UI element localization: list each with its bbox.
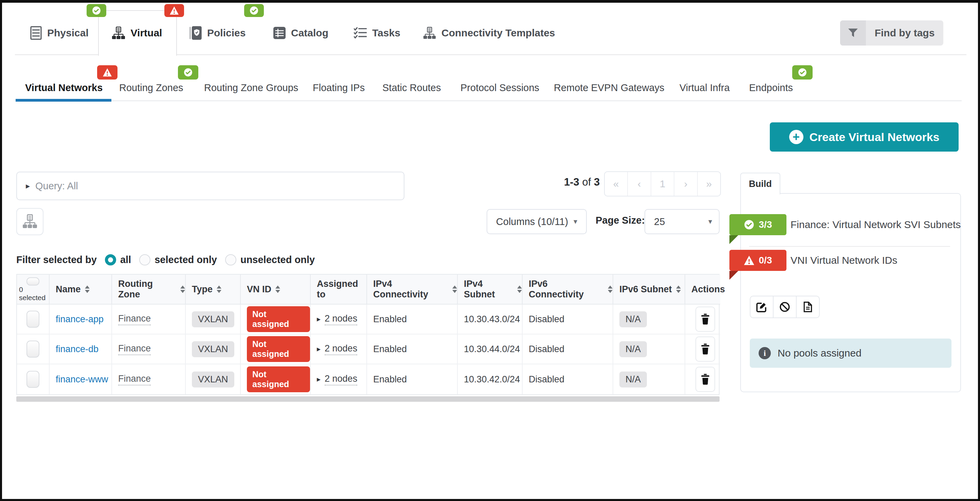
- column-header-type[interactable]: Type: [186, 274, 241, 305]
- filter-label: Filter selected by: [16, 254, 97, 265]
- topology-view-button[interactable]: [16, 208, 43, 235]
- filter-option-all[interactable]: all: [105, 254, 131, 265]
- no-pools-info-box: i No pools assigned: [750, 338, 951, 368]
- row-checkbox[interactable]: [27, 341, 40, 357]
- edit-button[interactable]: [750, 296, 773, 318]
- page-size-value: 25: [654, 216, 665, 227]
- column-header-ipv4-connectivity[interactable]: IPv4 Connectivity: [367, 274, 458, 305]
- subnav-routing-zone-groups[interactable]: Routing Zone Groups: [204, 80, 298, 96]
- caret-right-icon[interactable]: ▸: [317, 315, 321, 324]
- cell-vn-id: Not assigned: [241, 364, 311, 394]
- cell-assigned-to: ▸2 nodes: [311, 364, 367, 394]
- page-size-label: Page Size:: [596, 215, 645, 226]
- radio-unselected-only[interactable]: [225, 254, 236, 265]
- rack-icon: [30, 26, 42, 40]
- row-checkbox[interactable]: [27, 371, 40, 388]
- build-actions-group: [750, 296, 820, 318]
- filter-option-unselected-only[interactable]: unselected only: [225, 254, 315, 265]
- check-circle-icon: [792, 65, 813, 80]
- build-item-vni-ids[interactable]: VNI Virtual Network IDs: [791, 250, 897, 271]
- radio-selected-only[interactable]: [139, 254, 150, 265]
- query-label: Query: All: [35, 180, 78, 192]
- type-badge: VXLAN: [192, 311, 234, 327]
- selected-count: 0 selected: [19, 286, 47, 302]
- subnav-virtual-networks[interactable]: Virtual Networks: [25, 80, 103, 96]
- tab-policies[interactable]: Policies: [189, 22, 245, 43]
- select-all-checkbox[interactable]: [27, 278, 40, 286]
- row-checkbox[interactable]: [27, 311, 40, 328]
- cell-routing-zone: Finance: [112, 335, 186, 364]
- build-item-label: Finance: Virtual Network SVI Subnets: [791, 219, 961, 230]
- subnav-static-routes[interactable]: Static Routes: [382, 80, 441, 96]
- subnav-label: Static Routes: [382, 82, 441, 94]
- cell-type: VXLAN: [186, 364, 241, 394]
- create-virtual-networks-button[interactable]: + Create Virtual Networks: [770, 122, 959, 152]
- filter-option-selected-only[interactable]: selected only: [139, 254, 217, 265]
- next-page-button[interactable]: ›: [675, 172, 697, 196]
- column-header-ipv4-subnet[interactable]: IPv4 Subnet: [458, 274, 523, 305]
- find-by-tags-button[interactable]: Find by tags: [840, 21, 943, 46]
- routing-zone-link[interactable]: Finance: [118, 373, 151, 385]
- page-total: 3: [594, 176, 600, 188]
- subnav-floating-ips[interactable]: Floating IPs: [313, 80, 365, 96]
- cell-ipv4-connectivity: Enabled: [367, 305, 458, 335]
- page-number-button[interactable]: 1: [651, 172, 675, 196]
- subnav-endpoints[interactable]: Endpoints: [749, 80, 793, 96]
- tab-tasks[interactable]: Tasks: [354, 22, 400, 43]
- nodes-link[interactable]: 2 nodes: [325, 373, 357, 385]
- row-checkbox-cell: [17, 364, 49, 394]
- funnel-icon: [840, 21, 866, 46]
- caret-right-icon[interactable]: ▸: [317, 345, 321, 354]
- caret-right-icon[interactable]: ▸: [317, 375, 321, 384]
- column-header-name[interactable]: Name: [49, 274, 112, 305]
- subnav-remote-evpn-gateways[interactable]: Remote EVPN Gateways: [554, 80, 665, 96]
- tab-catalog[interactable]: Catalog: [274, 22, 328, 43]
- tab-physical[interactable]: Physical: [30, 22, 89, 43]
- routing-zone-link[interactable]: Finance: [118, 313, 151, 325]
- subnav-active-underline: [16, 99, 111, 102]
- delete-row-button[interactable]: [695, 306, 715, 332]
- document-button[interactable]: [796, 296, 820, 318]
- tab-connectivity-templates[interactable]: Connectivity Templates: [423, 22, 555, 43]
- build-status-tag-success[interactable]: 3/3: [729, 214, 786, 235]
- not-assigned-badge: Not assigned: [247, 336, 310, 362]
- column-header-assigned-to: Assigned to: [311, 274, 367, 305]
- vn-name-link[interactable]: finance-www: [56, 374, 108, 385]
- disable-button[interactable]: [773, 296, 797, 318]
- vn-name-link[interactable]: finance-app: [56, 314, 103, 325]
- last-page-button[interactable]: »: [698, 172, 720, 196]
- cell-type: VXLAN: [186, 305, 241, 335]
- delete-row-button[interactable]: [695, 337, 715, 362]
- routing-zone-link[interactable]: Finance: [118, 343, 151, 355]
- sort-icon: [676, 286, 681, 293]
- subnav-routing-zones[interactable]: Routing Zones: [119, 80, 183, 96]
- column-header-ipv6-connectivity[interactable]: IPv6 Connectivity: [523, 274, 613, 305]
- horizontal-scrollbar[interactable]: [16, 396, 719, 402]
- prev-page-button[interactable]: ‹: [628, 172, 651, 196]
- chevron-down-icon: ▾: [574, 217, 577, 226]
- vn-name-link[interactable]: finance-db: [56, 344, 99, 354]
- page-size-select[interactable]: 25 ▾: [644, 209, 719, 234]
- status-count: 3/3: [759, 219, 772, 230]
- subnav-label: Floating IPs: [313, 82, 365, 94]
- nodes-link[interactable]: 2 nodes: [325, 313, 357, 325]
- tab-virtual[interactable]: Virtual: [98, 22, 175, 43]
- build-panel-tab[interactable]: Build: [740, 173, 780, 195]
- catalog-grid-icon: [274, 27, 286, 39]
- pagination-summary: 1-3 of 3: [564, 176, 600, 188]
- build-status-tag-error[interactable]: 0/3: [729, 250, 786, 271]
- column-header-routing-zone[interactable]: Routing Zone: [112, 274, 186, 305]
- query-expander[interactable]: ▸ Query: All: [16, 172, 404, 200]
- delete-row-button[interactable]: [695, 367, 715, 392]
- build-item-svi-subnets[interactable]: Finance: Virtual Network SVI Subnets: [791, 214, 961, 235]
- subnav-virtual-infra[interactable]: Virtual Infra: [679, 80, 730, 96]
- subnav-protocol-sessions[interactable]: Protocol Sessions: [460, 80, 539, 96]
- column-header-ipv6-subnet[interactable]: IPv6 Subnet: [613, 274, 685, 305]
- columns-dropdown[interactable]: Columns (10/11) ▾: [487, 209, 587, 234]
- column-header-vn-id[interactable]: VN ID: [241, 274, 311, 305]
- radio-all[interactable]: [105, 254, 116, 265]
- nodes-link[interactable]: 2 nodes: [325, 343, 357, 355]
- create-button-label: Create Virtual Networks: [810, 131, 940, 144]
- first-page-button[interactable]: «: [605, 172, 628, 196]
- plus-circle-icon: +: [789, 130, 803, 144]
